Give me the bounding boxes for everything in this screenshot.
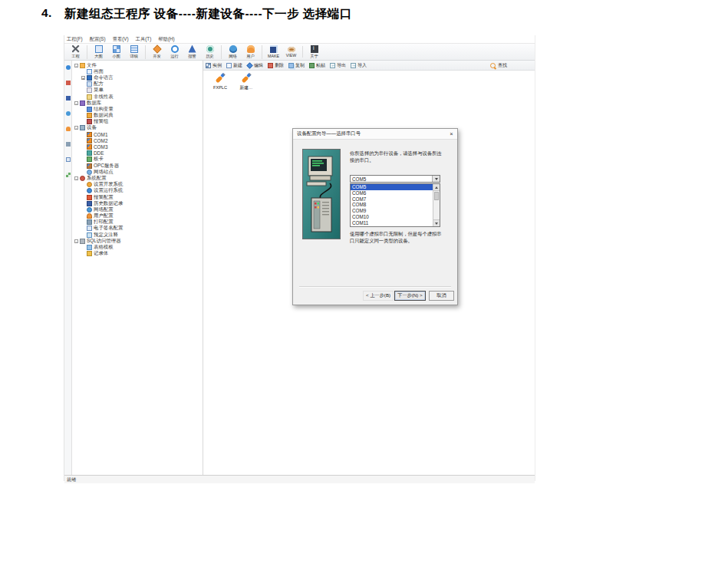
menu-item[interactable]: 配置(S) [90,36,106,43]
toolbar-button[interactable]: 关于 [305,45,323,59]
expand-toggle-icon[interactable]: - [74,176,78,180]
tree-item[interactable]: - 文件 [72,62,203,68]
toolbar-button[interactable]: 复制 [288,62,305,69]
tree-item[interactable]: 记录体 [72,251,203,257]
tree-item[interactable]: 网络配置 [72,206,203,213]
toolbar-button[interactable]: 新建 [226,62,242,69]
expand-toggle-icon[interactable] [81,95,85,99]
toolbar-button[interactable]: 详细 [125,45,146,59]
search-button[interactable]: 查找 [490,62,507,69]
tree-item[interactable]: 菜单 [72,87,203,94]
expand-toggle-icon[interactable] [81,157,85,161]
side-tab-icon[interactable] [66,65,71,70]
menu-item[interactable]: 工具(T) [136,36,152,43]
expand-toggle-icon[interactable] [81,245,85,249]
tree-item[interactable]: 板卡 [72,157,203,163]
expand-toggle-icon[interactable]: - [74,126,78,130]
tree-item[interactable]: 设置运行系统 [72,188,203,194]
toolbar-button[interactable]: 导入 [351,62,367,69]
tree-item[interactable]: 表格模板 [72,244,203,250]
toolbar-button[interactable]: MAKE [265,45,282,58]
tree-item[interactable]: - SQL访问管理器 [72,238,203,244]
tree-item[interactable]: 结构变量 [72,106,203,112]
port-option[interactable]: COM9 [351,208,433,214]
expand-toggle-icon[interactable] [81,133,85,137]
expand-toggle-icon[interactable]: - [74,239,78,243]
expand-toggle-icon[interactable] [81,202,85,206]
tree-item[interactable]: COM2 [72,137,203,143]
toolbar-button[interactable]: 导出 [330,62,346,69]
expand-toggle-icon[interactable] [81,196,85,199]
expand-toggle-icon[interactable] [81,208,85,212]
menu-item[interactable]: 查看(V) [113,36,129,43]
toolbar-button[interactable]: 删除 [268,62,284,69]
expand-toggle-icon[interactable]: - [74,101,78,105]
port-option[interactable]: COM11 [351,220,433,226]
side-tab-icon[interactable] [66,173,71,177]
side-tab-icon[interactable] [66,111,71,116]
device-item[interactable]: FXPLC [209,73,231,91]
expand-toggle-icon[interactable] [81,88,85,92]
tree-item[interactable]: 用户配置 [72,213,203,219]
menu-item[interactable]: 工程(F) [67,36,83,43]
toolbar-button[interactable]: 开发 [148,45,166,59]
toolbar-button[interactable]: 工程 [67,45,87,59]
tree-item[interactable]: 报警配置 [72,194,203,200]
expand-toggle-icon[interactable] [81,107,85,111]
side-tab-icon[interactable] [66,96,71,100]
tree-item[interactable]: - 数据库 [72,100,203,106]
toolbar-button[interactable]: 报警 [183,45,201,59]
toolbar-button[interactable]: 运行 [166,45,183,59]
next-button[interactable]: 下一步(N) > [394,291,426,301]
tree-item[interactable]: 打印配置 [72,219,203,226]
tree-item[interactable]: DDE [72,150,203,157]
expand-toggle-icon[interactable] [81,189,85,193]
expand-toggle-icon[interactable] [81,120,85,124]
port-option[interactable]: COM8 [351,202,433,208]
tree-item[interactable]: 电子签名配置 [72,226,203,232]
combobox-dropdown-button[interactable] [432,176,440,182]
tree-item[interactable]: + 命令语言 [72,74,203,81]
port-option[interactable]: COM7 [351,196,433,203]
expand-toggle-icon[interactable] [81,145,85,149]
expand-toggle-icon[interactable] [81,114,85,117]
expand-toggle-icon[interactable] [81,233,85,237]
toolbar-button[interactable]: VIEW [282,46,303,58]
expand-toggle-icon[interactable] [81,220,85,224]
tree-item[interactable]: 数据词典 [72,113,203,119]
toolbar-button[interactable]: 小图 [107,45,125,59]
side-tab-icon[interactable] [66,142,71,147]
scroll-up-button[interactable] [433,184,440,191]
port-option[interactable]: COM6 [351,190,433,196]
expand-toggle-icon[interactable]: + [81,76,85,80]
toolbar-button[interactable]: 实例 [206,62,222,69]
side-tab-icon[interactable] [66,157,71,162]
tree-item[interactable]: 历史数据记录 [72,200,203,206]
tree-item[interactable]: OPC服务器 [72,163,203,169]
expand-toggle-icon[interactable]: - [74,64,78,68]
expand-toggle-icon[interactable] [81,183,85,186]
scrollbar[interactable] [433,184,440,226]
scroll-thumb[interactable] [434,192,439,200]
toolbar-button[interactable]: 大图 [90,45,107,59]
menu-item[interactable]: 帮助(H) [158,36,174,43]
expand-toggle-icon[interactable] [81,82,85,86]
expand-toggle-icon[interactable] [81,226,85,230]
cancel-button[interactable]: 取消 [429,291,454,301]
expand-toggle-icon[interactable] [81,214,85,218]
expand-toggle-icon[interactable] [81,70,85,74]
tree-item[interactable]: 画面 [72,68,203,74]
toolbar-button[interactable]: 历史 [201,45,222,59]
expand-toggle-icon[interactable] [81,151,85,155]
toolbar-button[interactable]: 粘贴 [309,62,325,69]
back-button[interactable]: < 上一步(B) [363,291,394,301]
side-tab-icon[interactable] [66,81,71,85]
toolbar-button[interactable]: 网络 [224,45,242,59]
tree-item[interactable]: COM1 [72,131,203,137]
tree-item[interactable]: 配方 [72,81,203,87]
expand-toggle-icon[interactable] [81,139,85,143]
toolbar-button[interactable]: 编辑 [247,62,263,69]
expand-toggle-icon[interactable] [81,170,85,174]
side-tab-icon[interactable] [66,127,71,131]
tree-item[interactable]: COM3 [72,143,203,150]
